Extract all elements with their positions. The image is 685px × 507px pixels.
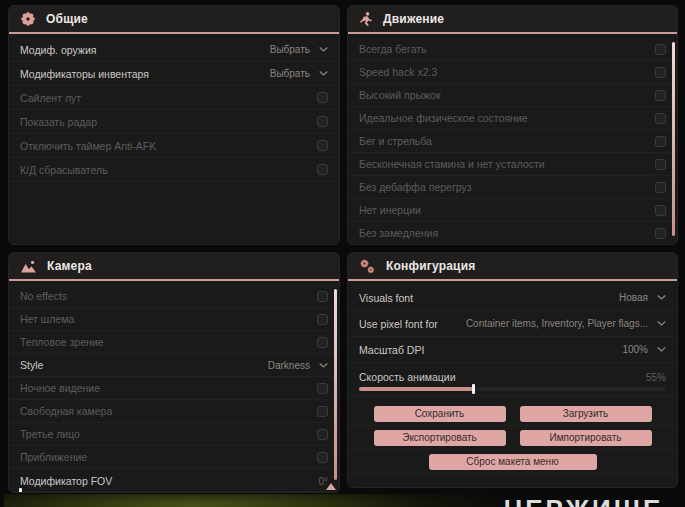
no-slowdown-checkbox[interactable] [655,228,666,239]
fov-slider[interactable] [20,491,328,493]
anti-afk-checkbox[interactable] [317,140,328,151]
panel-general: Общие Модиф. оружия Выбрать Модификаторы… [8,5,340,245]
row-no-helmet: Нет шлема [9,308,339,331]
high-jump-checkbox[interactable] [655,90,666,101]
row-no-slowdown: Без замедления [348,222,677,245]
row-weapon-mod: Модиф. оружия Выбрать [9,38,339,62]
row-label: Третье лицо [20,428,80,440]
no-inertia-checkbox[interactable] [655,205,666,216]
inventory-mods-dropdown[interactable]: Выбрать [270,68,328,79]
dropdown-value: Darkness [268,360,310,371]
dropdown-value: Выбрать [270,68,310,79]
infinite-stamina-checkbox[interactable] [655,159,666,170]
row-visuals-font: Visuals font Новая [348,285,677,311]
row-inventory-mods: Модификаторы инвентаря Выбрать [9,62,339,86]
third-person-checkbox[interactable] [317,429,328,440]
row-fov-modifier: Модификатор FOV 0° [9,469,339,493]
row-cooldown-reset: К/Д сбрасыватель [9,158,339,182]
row-dpi-scale: Масштаб DPI 100% [348,337,677,363]
row-label: Отключить таймер Anti-AFK [20,140,156,152]
animation-speed-slider-thumb[interactable] [472,384,475,394]
panel-camera: Камера No effects Нет шлема Тепловое зре… [8,252,340,493]
perfect-condition-checkbox[interactable] [655,113,666,124]
panel-title: Движение [383,12,444,26]
visuals-font-dropdown[interactable]: Новая [619,292,666,303]
panel-general-header[interactable]: Общие [9,6,339,34]
row-style: Style Darkness [9,354,339,377]
show-radar-checkbox[interactable] [317,116,328,127]
row-night-vision: Ночное видение [9,377,339,400]
dropdown-value: Выбрать [270,44,310,55]
flower-gear-icon [21,12,35,26]
row-run-and-gun: Бег и стрельба [348,130,677,153]
row-label: Бесконечная стамина и нет усталости [359,158,545,170]
night-vision-checkbox[interactable] [317,383,328,394]
dropdown-value: 100% [622,344,648,355]
thermal-vision-checkbox[interactable] [317,337,328,348]
row-high-jump: Высокий прыжок [348,84,677,107]
row-show-radar: Показать радар [9,110,339,134]
row-label: Масштаб DPI [359,344,424,356]
row-label: Без замедления [359,227,438,239]
chevron-down-icon [319,71,328,76]
row-label: Use pixel font for [359,318,438,330]
panel-config-header[interactable]: Конфигурация [348,253,677,281]
runner-icon [360,12,372,26]
run-and-gun-checkbox[interactable] [655,136,666,147]
reset-menu-layout-button[interactable]: Сброс макета меню [429,454,597,470]
cooldown-reset-checkbox[interactable] [317,164,328,175]
scrollbar[interactable] [334,289,337,480]
pixel-font-dropdown[interactable]: Container items, Inventory, Player flags… [466,318,666,329]
chevron-down-icon [319,47,328,52]
chevron-down-icon [319,363,328,368]
panel-title: Общие [46,12,88,26]
speed-hack-checkbox[interactable] [655,67,666,78]
row-thermal-vision: Тепловое зрение [9,331,339,354]
animation-speed-slider[interactable] [359,387,666,391]
dpi-scale-dropdown[interactable]: 100% [622,344,666,355]
free-camera-checkbox[interactable] [317,406,328,417]
cheat-menu-overlay: Общие Модиф. оружия Выбрать Модификаторы… [0,0,685,507]
row-third-person: Третье лицо [9,423,339,446]
no-overload-debuff-checkbox[interactable] [655,182,666,193]
row-always-run: Всегда бегать [348,38,677,61]
row-speed-hack: Speed hack x2.3 [348,61,677,84]
row-animation-speed: Скорость анимации 55% [348,363,677,397]
no-effects-checkbox[interactable] [317,291,328,302]
row-label: Высокий прыжок [359,89,441,101]
no-helmet-checkbox[interactable] [317,314,328,325]
style-dropdown[interactable]: Darkness [268,360,328,371]
panel-movement: Движение Всегда бегать Speed hack x2.3 В… [347,5,678,245]
load-button[interactable]: Загрузить [520,406,652,422]
row-label: Тепловое зрение [20,336,104,348]
silent-loot-checkbox[interactable] [317,92,328,103]
fov-slider-thumb[interactable] [19,488,22,493]
row-label: Модиф. оружия [20,44,96,56]
always-run-checkbox[interactable] [655,44,666,55]
row-label: No effects [20,290,67,302]
row-anti-afk: Отключить таймер Anti-AFK [9,134,339,158]
row-label: Visuals font [359,292,413,304]
row-label: Свободная камера [20,405,112,417]
export-button[interactable]: Экспортировать [374,430,506,446]
panel-camera-header[interactable]: Камера [9,253,339,281]
row-no-overload-debuff: Без дебаффа перегруз [348,176,677,199]
image-icon [21,260,36,273]
row-infinite-stamina: Бесконечная стамина и нет усталости [348,153,677,176]
zoom-checkbox[interactable] [317,452,328,463]
panel-title: Камера [47,259,92,273]
row-label: Модификаторы инвентаря [20,68,149,80]
row-no-inertia: Нет инерции [348,199,677,222]
chevron-down-icon [657,347,666,352]
row-label: Модификатор FOV [20,475,112,487]
row-label: Нет инерции [359,204,421,216]
save-button[interactable]: Сохранить [374,406,506,422]
row-label: Ночное видение [20,382,100,394]
dropdown-value: Container items, Inventory, Player flags… [466,318,648,329]
resize-grip-icon[interactable] [326,483,336,490]
row-label: Бег и стрельба [359,135,432,147]
panel-movement-header[interactable]: Движение [348,6,677,34]
scrollbar[interactable] [672,42,675,236]
import-button[interactable]: Импортировать [520,430,652,446]
weapon-mod-dropdown[interactable]: Выбрать [270,44,328,55]
